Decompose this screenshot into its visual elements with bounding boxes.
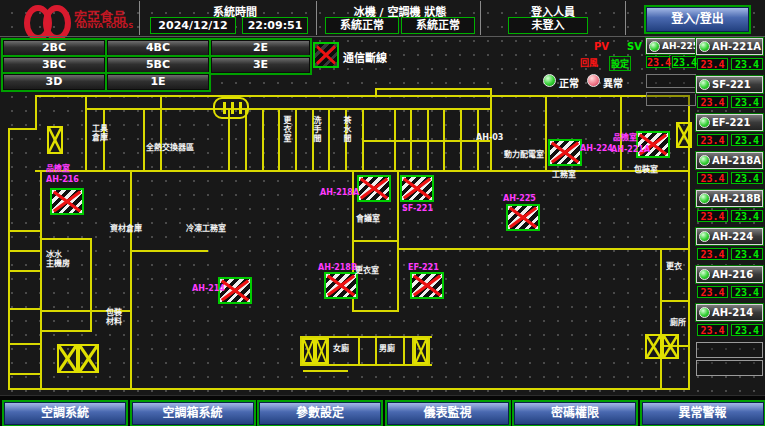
- pv-value: 23.4: [697, 210, 728, 222]
- room-label: 廁所: [670, 318, 686, 327]
- wall: [143, 108, 145, 172]
- equipment-button-AH-225[interactable]: AH-225: [646, 38, 696, 54]
- equipment-name: AH-214: [712, 307, 753, 318]
- wall: [40, 330, 92, 332]
- bottom-button-儀表監視[interactable]: 儀表監視: [387, 402, 509, 425]
- wall: [545, 95, 547, 172]
- status-led-icon: [649, 41, 660, 52]
- room-label: 會議室: [356, 214, 380, 223]
- header-divider: [139, 1, 140, 35]
- wall: [35, 95, 492, 97]
- sv-value: 23.4: [672, 56, 696, 68]
- login-logout-button[interactable]: 登入/登出: [646, 7, 749, 32]
- ahu-unit-marker[interactable]: [400, 175, 434, 202]
- wall: [130, 170, 132, 388]
- equipment-name: AH-221A: [712, 41, 761, 52]
- empty-slot: [696, 360, 763, 376]
- stair-x-symbol: [47, 126, 63, 154]
- ahu-unit-marker[interactable]: [324, 272, 358, 299]
- sv-value: 23.4: [731, 96, 763, 108]
- unit-label: AH-216: [46, 175, 79, 184]
- ahu-unit-marker[interactable]: [410, 272, 444, 299]
- room-label: 更衣室: [355, 266, 379, 275]
- room-label: 茶水間: [342, 116, 351, 143]
- wall: [362, 140, 492, 142]
- wall: [375, 88, 492, 90]
- status-led-icon: [699, 231, 710, 242]
- sv-value: 23.4: [731, 286, 763, 298]
- system-time-value: 22:09:51: [242, 17, 308, 34]
- room-label: 女廁: [333, 344, 349, 353]
- ahu-unit-marker[interactable]: [506, 204, 540, 231]
- pv-sub-label: 回風: [580, 56, 598, 69]
- equipment-name: AH-216: [712, 269, 753, 280]
- equipment-name: AH-218A: [712, 155, 761, 166]
- comm-loss-icon: [313, 42, 339, 68]
- elevator-icon: [213, 97, 249, 119]
- equipment-button-AH-221A[interactable]: AH-221A: [696, 38, 763, 55]
- floor-button-1E[interactable]: 1E: [107, 74, 209, 90]
- status-led-icon: [699, 193, 710, 204]
- bottom-button-空調系統[interactable]: 空調系統: [4, 402, 126, 425]
- stair-x-symbol: [414, 338, 428, 364]
- wall: [397, 248, 690, 250]
- header-divider: [625, 1, 626, 35]
- equipment-button-AH-224[interactable]: AH-224: [696, 228, 763, 245]
- wall: [85, 108, 492, 110]
- wall: [8, 373, 42, 375]
- bottom-button-異常警報[interactable]: 異常警報: [642, 402, 764, 425]
- bottom-button-參數設定[interactable]: 參數設定: [259, 402, 381, 425]
- bottom-button-密碼權限[interactable]: 密碼權限: [514, 402, 636, 425]
- stair-x-symbol: [315, 338, 328, 364]
- equipment-button-AH-216[interactable]: AH-216: [696, 266, 763, 283]
- pv-value: 23.4: [697, 248, 728, 260]
- equipment-button-AH-218A[interactable]: AH-218A: [696, 152, 763, 169]
- status-led-icon: [699, 79, 710, 90]
- wall: [660, 300, 688, 302]
- floor-button-3D[interactable]: 3D: [3, 74, 105, 90]
- wall: [35, 95, 37, 130]
- wall: [303, 370, 348, 372]
- room-label: 資材倉庫: [110, 224, 142, 233]
- equipment-name: EF-221: [712, 117, 750, 128]
- wall: [490, 170, 690, 172]
- floor-button-3E[interactable]: 3E: [211, 57, 310, 73]
- pv-value: 23.4: [646, 56, 670, 68]
- wall: [40, 238, 92, 240]
- empty-slot: [646, 74, 696, 88]
- wall: [8, 230, 42, 232]
- ahu-unit-marker[interactable]: [357, 175, 391, 202]
- floor-button-3BC[interactable]: 3BC: [3, 57, 105, 73]
- wall: [660, 248, 662, 388]
- floor-button-5BC[interactable]: 5BC: [107, 57, 209, 73]
- chiller-status-value: 系統正常: [325, 17, 399, 34]
- equipment-button-AH-218B[interactable]: AH-218B: [696, 190, 763, 207]
- bottom-button-空調箱系統[interactable]: 空調箱系統: [132, 402, 254, 425]
- wall: [8, 128, 37, 130]
- wall: [8, 250, 42, 252]
- wall: [8, 270, 42, 272]
- empty-slot: [646, 92, 696, 106]
- ahu-unit-marker[interactable]: [50, 188, 84, 215]
- equipment-button-SF-221[interactable]: SF-221: [696, 76, 763, 93]
- comm-loss-label: 通信斷線: [343, 49, 387, 65]
- normal-led-icon: [543, 74, 556, 87]
- equipment-button-EF-221[interactable]: EF-221: [696, 114, 763, 131]
- login-status-value: 未登入: [508, 17, 588, 34]
- equipment-button-AH-214[interactable]: AH-214: [696, 304, 763, 321]
- wall: [352, 310, 399, 312]
- room-label: 全熱交換器區: [146, 143, 194, 152]
- ahu-unit-marker[interactable]: [548, 139, 582, 166]
- room-label: 更衣: [666, 262, 682, 271]
- floor-button-2E[interactable]: 2E: [211, 40, 310, 56]
- room-label: 冷凍工務室: [186, 224, 226, 233]
- sv-value: 23.4: [731, 172, 763, 184]
- unit-label: AH-214: [192, 284, 225, 293]
- sv-value: 23.4: [731, 324, 763, 336]
- wall: [375, 88, 377, 96]
- floor-button-4BC[interactable]: 4BC: [107, 40, 209, 56]
- floor-button-2BC[interactable]: 2BC: [3, 40, 105, 56]
- unit-label: 品檢室: [613, 133, 637, 142]
- wall: [245, 108, 247, 172]
- wall: [403, 336, 405, 366]
